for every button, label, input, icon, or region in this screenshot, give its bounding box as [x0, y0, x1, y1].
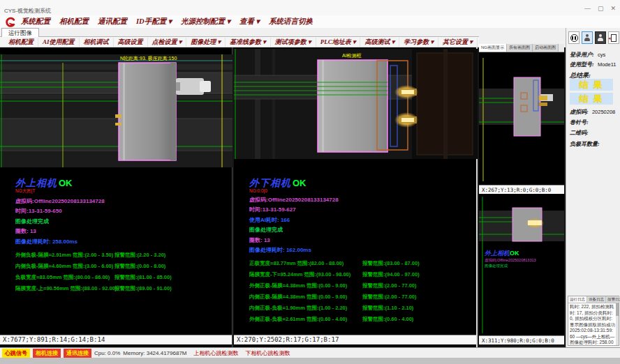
measurement-text: 外侧正极-负极=2.61mm 范围:(0.60 - 4.00): [249, 316, 362, 323]
process-time-text: 图像处理耗时: 162.00ms: [249, 246, 464, 254]
measurement-row: 内侧正极-负极=1.90mm 范围:(1.00 - 2.20) 报警范围:(1.…: [249, 305, 464, 312]
lower-camera-pixel-readout: X:270;Y:2502;R:17;G:17;B:17: [234, 335, 476, 344]
virtual-code-text: 虚拟码:Offline20250208133134728: [15, 197, 230, 205]
camera-name: 外上相机: [15, 178, 57, 188]
tool-test-item-params[interactable]: 测试项参数 ▾: [271, 38, 316, 47]
menu-light-control-config[interactable]: 光源控制配置 ▾: [181, 17, 230, 26]
lower-camera-view[interactable]: AI检测框: [234, 49, 478, 159]
tool-spot-check-settings[interactable]: 点检设置 ▾: [148, 38, 187, 47]
brand-logo-icon: [3, 16, 16, 29]
tab-ng-display[interactable]: NG画面显示: [479, 44, 507, 52]
small-panel-tabs: NG画面显示 所有画面图 启动画面图: [479, 44, 564, 52]
tab-device-log[interactable]: 设备日志: [587, 296, 606, 303]
alarm-range-text: 报警范围:(2.00 - 77.00): [362, 294, 417, 301]
ai-time-text: 使用AI耗时: 166: [249, 216, 464, 224]
log-text: 耗时: 222, 抓拍检测耗时: 17, 抓拍分类耗时: 0, 抓拍模板分区耗时…: [568, 303, 619, 352]
measurement-row: 内侧正极-隔膜=4.38mm 范围:(0.00 - 9.00) 报警范围:(2.…: [249, 294, 464, 301]
maximize-button[interactable]: ▢: [598, 5, 604, 12]
user-button[interactable]: [582, 31, 593, 44]
tab-run-log[interactable]: 运行日志: [568, 296, 587, 303]
app-window: CYS-视觉检测系统 — ▢ ✕ 系统配置 相机配置 通讯配置 ID手配置 ▾ …: [0, 0, 620, 364]
measurement-row: 隔膜宽度-上=90.56mm 范围:(88.00 - 92.00) 报警范围:(…: [15, 285, 230, 292]
tab-all-frames[interactable]: 所有画面图: [507, 44, 533, 52]
turns-count-text: 圈数: 13: [249, 236, 464, 244]
menu-system-config[interactable]: 系统配置: [21, 17, 50, 26]
pause-icon: [570, 34, 578, 42]
minimize-button[interactable]: —: [584, 5, 591, 12]
exit-button[interactable]: [608, 31, 619, 44]
measurement-text: 内侧负极-隔膜=4.60mm 范围:(3.00 - 6.00): [15, 263, 115, 270]
tool-advanced-test[interactable]: 高级测试 ▾: [360, 38, 399, 47]
menu-language-switch[interactable]: 系统语言切换: [269, 17, 313, 26]
menu-comm-config[interactable]: 通讯配置: [98, 17, 127, 26]
exit-door-icon: [611, 34, 617, 42]
measurement-text: 隔膜宽度-下=95.24mm 范围:(93.00 - 98.00): [249, 271, 362, 278]
virtual-code-row: 虚拟码: 20250208: [570, 108, 615, 116]
sidebar: 登录用户: cys 使用型号: Mode11 总结果: 结 果 结 果 虚拟码:…: [566, 28, 620, 347]
tool-camera-debug[interactable]: 相机调试: [80, 38, 114, 47]
upper-scene-overlay-label: N轮距离:93. 极压距离:150: [120, 56, 177, 61]
login-user-label: 登录用户:: [570, 52, 594, 58]
tool-advanced-settings[interactable]: 高级设置: [114, 38, 148, 47]
tab-start-frames[interactable]: 启动画面图: [533, 44, 559, 52]
upper-camera-view[interactable]: N轮距离:93. 极压距离:150: [0, 54, 232, 167]
mini-process-done-text: 图像处理完成: [485, 264, 508, 268]
model-row: 使用型号: Mode11: [570, 61, 616, 68]
tab-run-image[interactable]: 运行图像: [1, 28, 39, 37]
ai-detection-box-label: AI检测框: [342, 53, 362, 59]
alarm-range-text: 报警范围:(0.00 - 8.00): [115, 263, 165, 270]
power-button[interactable]: [595, 31, 606, 44]
measurement-text: 内侧正极-负极=1.90mm 范围:(1.00 - 2.20): [249, 305, 362, 312]
menu-camera-config[interactable]: 相机配置: [59, 17, 89, 26]
close-button[interactable]: ✕: [610, 5, 616, 12]
heartbeat-status-badge: 心跳信号: [2, 349, 30, 358]
measurement-row: 正极宽度=83.77mm 范围:(82.00 - 88.00) 报警范围:(83…: [249, 260, 464, 267]
camera-name: 外下相机: [249, 178, 291, 188]
measurement-row: 外侧正极-隔膜=4.38mm 范围:(0.00 - 9.00) 报警范围:(2.…: [249, 282, 464, 289]
menu-id-hand-config[interactable]: ID手配置 ▾: [136, 17, 172, 26]
live-thumbnail-view[interactable]: 外上相机OK 虚拟码:Offline2025020813313 图像处理完成: [479, 194, 564, 335]
menu-view[interactable]: 查看 ▾: [239, 17, 260, 26]
menu-bar: 系统配置 相机配置 通讯配置 ID手配置 ▾ 光源控制配置 ▾ 查看 ▾ 系统语…: [0, 15, 620, 28]
log-tabs: 运行日志 设备日志 报警日志: [568, 296, 619, 303]
camera-connection-badge: 相机连接: [33, 349, 61, 358]
ng-thumbnail-view[interactable]: [479, 52, 564, 185]
user-icon: [584, 34, 591, 41]
tool-camera-config[interactable]: 相机配置: [4, 38, 38, 47]
qr-code-row: 二维码:: [570, 129, 591, 137]
cpu-usage-text: Cpu: 0.0%: [94, 350, 120, 356]
ng-thumbnail-pixel-readout: X:267;Y:13;R:0;G:0;B:0: [479, 185, 564, 194]
tool-baseline-params[interactable]: 基准线参数 ▾: [226, 38, 271, 47]
cell-roi-box: [119, 63, 176, 160]
process-time-text: 图像处理耗时: 258.00ms: [15, 238, 230, 245]
alarm-range-text: 报警范围:(94.00 - 97.00): [362, 271, 420, 278]
qr-code-label: 二维码:: [570, 130, 589, 136]
model-value: Mode11: [598, 61, 617, 68]
tool-plc-address-table[interactable]: PLC地址表 ▾: [316, 38, 361, 47]
tool-other-settings[interactable]: 其它设置 ▾: [438, 38, 478, 47]
measurement-rows: 正极宽度=83.77mm 范围:(82.00 - 88.00) 报警范围:(83…: [249, 260, 464, 323]
log-scrollbar[interactable]: [616, 303, 619, 345]
alarm-range-text: 报警范围:(1.10 - 2.10): [362, 305, 413, 312]
measurement-text: 隔膜宽度-上=90.56mm 范围:(88.00 - 92.00): [15, 285, 115, 292]
login-user-value: cys: [598, 52, 605, 58]
time-text: 时间:13-31-59-627: [249, 206, 464, 213]
measurement-text: 内侧正极-隔膜=4.38mm 范围:(0.00 - 9.00): [249, 294, 362, 301]
tool-ai-usage-config[interactable]: AI使用配置: [38, 38, 80, 47]
turns-count-text: 圈数: 13: [15, 227, 230, 235]
bottom-strip: [0, 358, 620, 364]
lower-camera-panel: AI检测框 外下相机OK NG:0:0|0 虚拟码:Offline2025020…: [234, 47, 478, 347]
log-scrollbar-thumb[interactable]: [616, 303, 619, 316]
negative-tab-count-row: 负极耳数量:: [570, 140, 602, 148]
model-label: 使用型号:: [570, 61, 594, 68]
window-controls: — ▢ ✕: [584, 5, 616, 12]
result-box-lower: 结 果: [570, 93, 613, 105]
tool-learning-params[interactable]: 学习参数 ▾: [399, 38, 438, 47]
comm-connection-badge: 通讯连接: [64, 349, 91, 358]
tab-alarm-log[interactable]: 报警日志: [606, 296, 620, 303]
measurement-row: 内侧负极-隔膜=4.60mm 范围:(3.00 - 6.00) 报警范围:(0.…: [15, 263, 230, 270]
pause-button[interactable]: [568, 31, 580, 44]
upper-camera-pixel-readout: X:7677;Y:891;R:14;G:14;B:14: [0, 335, 232, 344]
tool-image-processing[interactable]: 图像处理 ▾: [186, 38, 226, 47]
power-icon: [597, 34, 604, 41]
